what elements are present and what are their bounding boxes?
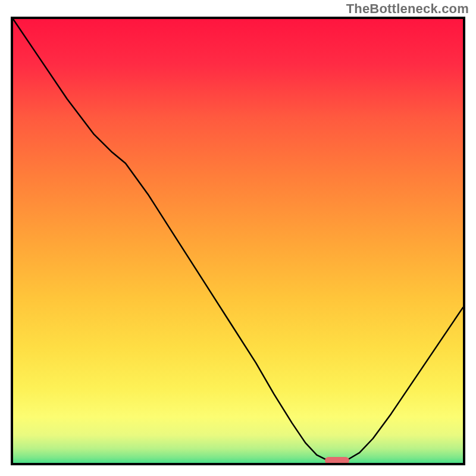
optimal-marker [325, 457, 350, 464]
plot-area [11, 17, 465, 465]
chart-frame: TheBottleneck.com [0, 0, 476, 476]
watermark-text: TheBottleneck.com [346, 1, 469, 17]
bottleneck-curve [13, 19, 463, 463]
